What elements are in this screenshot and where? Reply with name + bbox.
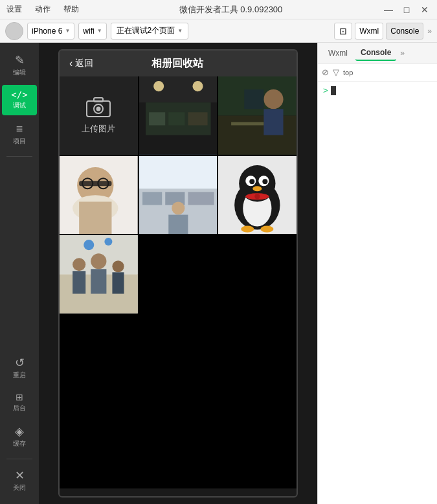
more-tabs-button[interactable]: »: [427, 27, 432, 36]
svg-rect-25: [79, 201, 111, 234]
svg-rect-11: [188, 112, 207, 125]
filter-icon[interactable]: ▽: [333, 67, 339, 77]
sidebar-item-project[interactable]: ≡ 项目: [2, 118, 37, 151]
more-devtools-tabs-icon[interactable]: »: [400, 49, 405, 58]
inspector-icon: ⊡: [339, 26, 347, 36]
sidebar-item-backend[interactable]: ⊞ 后台: [2, 387, 37, 418]
wxml-tab[interactable]: Wxml: [355, 23, 383, 40]
svg-rect-31: [188, 192, 214, 205]
svg-rect-9: [149, 112, 165, 125]
back-button[interactable]: ‹ 返回: [69, 58, 93, 69]
restart-icon: ↺: [15, 357, 25, 369]
sidebar-item-close[interactable]: ✕ 关闭: [2, 464, 37, 498]
svg-point-41: [263, 179, 268, 184]
prompt-arrow-icon: >: [323, 86, 328, 95]
svg-point-32: [172, 201, 185, 214]
cursor-indicator: [331, 86, 336, 95]
backend-icon: ⊞: [16, 393, 23, 402]
svg-rect-5: [139, 76, 218, 102]
photo-6[interactable]: [60, 235, 138, 314]
console-content: >: [318, 82, 437, 504]
photo-3-content: [60, 156, 138, 235]
menu-settings[interactable]: 设置: [6, 4, 22, 15]
restore-button[interactable]: □: [401, 4, 412, 16]
console-prompt[interactable]: >: [320, 84, 339, 97]
svg-rect-17: [231, 122, 263, 125]
sidebar-debug-label: 调试: [13, 101, 26, 110]
debug-icon: </>: [11, 90, 27, 99]
device-topbar: ‹ 返回 相册回收站: [60, 51, 297, 76]
sidebar-project-label: 项目: [13, 137, 26, 146]
svg-rect-53: [91, 269, 106, 294]
photo-4-content: [139, 156, 218, 235]
menu-help[interactable]: 帮助: [63, 4, 79, 15]
device-area: ‹ 返回 相册回收站 上: [39, 43, 317, 504]
sidebar-item-restart[interactable]: ↺ 重启: [2, 352, 37, 385]
sidebar-restart-label: 重启: [13, 371, 26, 380]
svg-rect-33: [168, 214, 188, 234]
close-button[interactable]: ✕: [419, 4, 431, 16]
tab-console[interactable]: Console: [355, 45, 396, 61]
window-controls: — □ ✕: [383, 4, 431, 16]
svg-rect-10: [168, 112, 185, 125]
svg-point-56: [84, 240, 94, 250]
device-frame: ‹ 返回 相册回收站 上: [58, 49, 298, 498]
sidebar-divider-2: [6, 459, 32, 459]
photo-3[interactable]: [60, 156, 138, 235]
console-tab[interactable]: Console: [386, 23, 423, 40]
svg-rect-29: [142, 192, 162, 205]
title-bar: 设置 动作 帮助 微信开发者工具 0.9.092300 — □ ✕: [0, 0, 437, 19]
cache-icon: ◈: [15, 426, 24, 437]
clear-console-icon[interactable]: ⊘: [322, 67, 329, 77]
sidebar-item-cache[interactable]: ◈ 缓存: [2, 420, 37, 453]
svg-point-7: [192, 81, 203, 91]
photo-4[interactable]: [139, 156, 218, 235]
device-content: 上传图片: [60, 76, 297, 488]
device-select-label: iPhone 6: [32, 27, 62, 36]
sidebar-divider-1: [6, 156, 32, 157]
svg-rect-13: [218, 115, 297, 154]
upload-label: 上传图片: [82, 123, 115, 135]
inspector-button[interactable]: ⊡: [334, 23, 352, 40]
page-title: 相册回收站: [151, 57, 203, 71]
mode-select[interactable]: 正在调试2个页面 ▼: [111, 23, 189, 40]
svg-point-6: [153, 81, 164, 91]
svg-point-54: [112, 261, 124, 273]
close-sidebar-icon: ✕: [15, 470, 25, 481]
svg-rect-55: [112, 273, 124, 294]
svg-rect-27: [139, 156, 218, 189]
svg-rect-51: [73, 271, 85, 294]
menu-actions[interactable]: 动作: [35, 4, 50, 15]
network-select-label: wifi: [83, 27, 94, 36]
upload-cell[interactable]: 上传图片: [60, 76, 138, 155]
back-chevron-icon: ‹: [69, 58, 73, 69]
svg-point-42: [253, 186, 262, 191]
menu-bar: 设置 动作 帮助: [6, 4, 79, 15]
filter-select[interactable]: top: [343, 69, 353, 76]
svg-point-52: [91, 253, 106, 269]
sidebar-item-debug[interactable]: </> 调试: [2, 85, 37, 115]
network-select[interactable]: wifi ▼: [78, 23, 106, 40]
photo-5[interactable]: [218, 156, 297, 235]
svg-point-50: [73, 258, 85, 271]
network-select-arrow: ▼: [97, 28, 102, 34]
sidebar-backend-label: 后台: [13, 404, 26, 413]
camera-icon: [85, 96, 111, 118]
sidebar-bottom: ↺ 重启 ⊞ 后台 ◈ 缓存 ✕ 关闭: [2, 352, 37, 504]
content-empty-area: [60, 314, 297, 488]
photo-2[interactable]: [218, 76, 297, 155]
photo-2-content: [218, 76, 297, 155]
edit-icon: ✎: [15, 54, 25, 66]
tab-wxml[interactable]: Wxml: [323, 46, 353, 60]
sidebar-item-edit[interactable]: ✎ 编辑: [2, 49, 37, 82]
mode-select-label: 正在调试2个页面: [117, 25, 175, 36]
avatar: [5, 22, 23, 40]
sidebar-edit-label: 编辑: [13, 68, 26, 77]
devtools-tab-bar: Wxml Console »: [318, 43, 437, 63]
project-icon: ≡: [16, 123, 23, 135]
minimize-button[interactable]: —: [383, 4, 394, 16]
svg-point-40: [250, 179, 255, 184]
device-select[interactable]: iPhone 6 ▼: [27, 23, 74, 40]
photo-1[interactable]: [139, 76, 218, 155]
mode-select-arrow: ▼: [177, 28, 183, 34]
